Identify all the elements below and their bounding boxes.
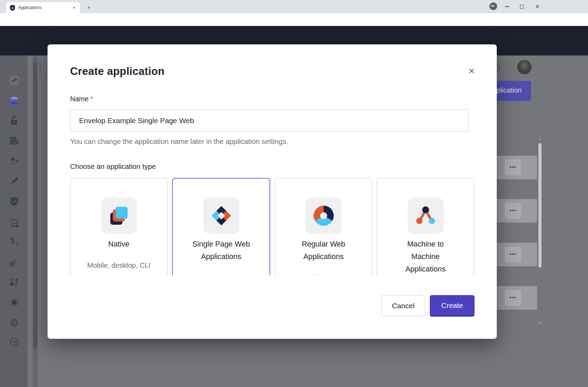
app-type-card-spa[interactable]: Single Page Web Applications A JavaScrip… xyxy=(172,178,270,275)
nav-divider xyxy=(40,60,40,75)
card-description: Traditional web xyxy=(290,272,357,275)
app-type-card-m2m[interactable]: Machine to Machine Applications xyxy=(377,178,474,275)
scrollbar-thumb[interactable] xyxy=(538,143,542,267)
tab-title: Applications xyxy=(18,5,71,10)
row-menu-button[interactable]: ••• xyxy=(505,160,521,175)
regular-web-icon xyxy=(306,198,342,234)
user-avatar[interactable] xyxy=(517,60,531,74)
svg-text:★: ★ xyxy=(11,6,14,9)
native-icon xyxy=(101,198,137,234)
modal-header: Create application ✕ xyxy=(48,44,497,78)
scrollbar-down-arrow[interactable]: ▼ xyxy=(538,321,541,325)
sidebar-item-marketplace[interactable] xyxy=(9,277,19,287)
sidebar-item-security[interactable] xyxy=(9,197,19,206)
app-type-viewport: Native Mobile, desktop, CLI and smart Si… xyxy=(70,178,474,275)
sidebar-item-actions[interactable] xyxy=(9,217,19,227)
sidebar-item-auth-pipeline[interactable] xyxy=(9,237,19,247)
choose-type-label: Choose an application type xyxy=(70,162,474,171)
scrollbar-thumb[interactable] xyxy=(33,62,37,349)
screen: ★ Applications ✕ + ✕ ← → manage.auth0.co… xyxy=(0,0,588,387)
sidebar-item-monitoring[interactable] xyxy=(9,258,19,267)
create-application-modal: Create application ✕ Name* You can chang… xyxy=(48,44,497,339)
row-menu-button[interactable]: ••• xyxy=(505,290,521,306)
machine-to-machine-icon xyxy=(408,198,444,234)
spa-icon xyxy=(203,198,239,234)
question-icon: ? xyxy=(10,338,18,346)
cancel-button[interactable]: Cancel xyxy=(381,295,425,316)
sidebar-item-settings[interactable]: ⚙ xyxy=(9,318,19,327)
auth0-favicon: ★ xyxy=(10,5,15,11)
application-name-input[interactable] xyxy=(70,110,469,131)
sidebar-item-applications[interactable] xyxy=(9,96,19,105)
modal-scrollbar[interactable]: ▲ ▼ xyxy=(538,137,542,325)
scrollbar-up-arrow[interactable]: ▲ xyxy=(538,137,541,140)
gear-icon: ⚙ xyxy=(10,317,19,329)
page-scrollbar[interactable]: ▲ ▼ xyxy=(33,55,38,387)
modal-title: Create application xyxy=(70,65,164,78)
card-description: A JavaScript xyxy=(187,272,255,275)
scrollbar-down-arrow[interactable]: ▼ xyxy=(33,359,36,362)
row-menu-button[interactable]: ••• xyxy=(505,247,521,263)
scrollbar-up-arrow[interactable]: ▲ xyxy=(33,57,36,60)
app-type-card-regular-web[interactable]: Regular Web Applications Traditional web xyxy=(275,178,372,275)
row-menu-button[interactable]: ••• xyxy=(505,203,521,219)
modal-footer: Cancel Create xyxy=(381,295,475,317)
card-title: Regular Web Applications xyxy=(293,238,355,263)
sidebar-item-organizations[interactable] xyxy=(9,136,19,146)
new-tab-button[interactable]: + xyxy=(85,3,93,12)
window-close-button[interactable]: ✕ xyxy=(530,0,544,13)
app-type-cards: Native Mobile, desktop, CLI and smart Si… xyxy=(70,178,474,275)
sidebar-item-branding[interactable] xyxy=(9,176,19,186)
window-maximize-button[interactable] xyxy=(515,0,529,13)
sidebar-item-help[interactable]: ? xyxy=(9,337,19,347)
sidebar-item-apis[interactable] xyxy=(9,116,19,126)
modal-close-icon[interactable]: ✕ xyxy=(468,67,475,76)
window-minimize-button[interactable] xyxy=(500,0,514,13)
name-label: Name* xyxy=(70,95,474,103)
name-helper-text: You can change the application name late… xyxy=(70,137,474,146)
card-description: Mobile, desktop, CLI and smart xyxy=(85,259,153,275)
sidebar-item-user-management[interactable] xyxy=(9,156,19,166)
card-title: Native xyxy=(88,238,150,250)
card-title: Single Page Web Applications xyxy=(190,238,252,263)
tab-close-icon[interactable]: ✕ xyxy=(71,5,77,11)
browser-tab[interactable]: ★ Applications ✕ xyxy=(6,2,80,13)
sidebar-item-activity[interactable] xyxy=(9,76,19,85)
browser-profile-chevron-icon[interactable] xyxy=(489,2,497,10)
sidebar-nav: ⚙ ? xyxy=(0,55,28,387)
browser-toolbar: ← → manage.auth0.com/dashboard/eu/dream-… xyxy=(0,13,588,26)
create-button[interactable]: Create xyxy=(430,295,475,317)
card-title: Machine to Machine Applications xyxy=(395,238,457,275)
required-asterisk: * xyxy=(90,95,93,103)
modal-body: Name* You can change the application nam… xyxy=(48,95,497,275)
sidebar-item-extensions[interactable] xyxy=(9,298,19,307)
app-type-card-native[interactable]: Native Mobile, desktop, CLI and smart xyxy=(70,178,168,275)
browser-tabstrip: ★ Applications ✕ + ✕ xyxy=(0,0,588,13)
